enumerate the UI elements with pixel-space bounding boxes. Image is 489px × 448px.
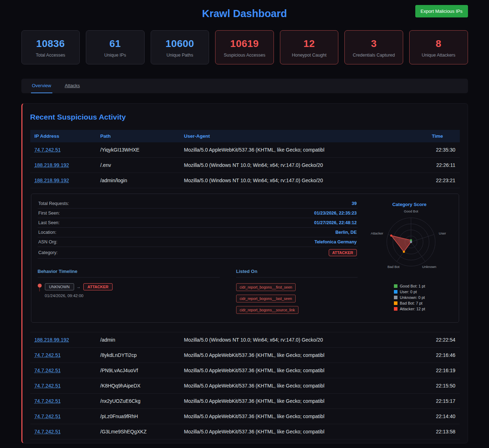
field-value: 39 [352, 201, 357, 206]
legend-label: User: 0 pt [400, 290, 417, 294]
ip-link[interactable]: 74.7.242.51 [35, 352, 61, 358]
category-score-section: Category Score Good BotUserUnknownBad Bo… [367, 199, 452, 314]
table-row: 74.7.242.51/YiqykGI13WHXEMozilla/5.0 App… [30, 142, 460, 158]
suspicious-activity-panel: Recent Suspicious Activity IP AddressPat… [21, 103, 468, 443]
time-cell: 22:13:58 [428, 424, 460, 439]
ip-cell: 74.7.242.51 [30, 363, 96, 378]
ip-link[interactable]: 74.7.242.51 [35, 413, 61, 419]
path-cell: /.env [96, 158, 180, 173]
ip-cell: 188.218.99.192 [30, 158, 96, 173]
stat-card: 10836Total Accesses [21, 30, 80, 64]
stat-label: Suspicious Accesses [218, 53, 271, 58]
ip-link[interactable]: 74.7.242.51 [35, 429, 61, 434]
category-badge: ATTACKER [329, 249, 357, 256]
legend-swatch [394, 290, 397, 294]
ip-link[interactable]: 188.218.99.192 [35, 337, 69, 343]
listed-on-title: Listed On [236, 269, 358, 278]
detail-field-row: Last Seen:01/27/2026, 22:48:12 [38, 218, 358, 228]
table-row: 74.7.242.51/K8HQq9hAipeDXMozilla/5.0 App… [30, 378, 460, 394]
tab-overview[interactable]: Overview [31, 79, 52, 93]
user-agent-cell: Mozilla/5.0 AppleWebKit/537.36 (KHTML, l… [180, 378, 428, 394]
listed-on-badges: cidr_report_bogons__first_seencidr_repor… [236, 283, 358, 314]
activity-table-body: 74.7.242.51/YiqykGI13WHXEMozilla/5.0 App… [30, 142, 460, 439]
stat-card: 3Credentials Captured [344, 30, 403, 64]
ip-link[interactable]: 74.7.242.51 [35, 147, 61, 153]
timeline-date: 01/24/2026, 09:42:00 [45, 294, 113, 298]
stat-value: 10619 [218, 38, 271, 49]
svg-text:User: User [439, 231, 446, 235]
stat-value: 10600 [153, 38, 207, 49]
legend-swatch [394, 301, 397, 305]
table-row: 188.218.99.192/adminMozilla/5.0 (Windows… [30, 332, 460, 348]
table-row: 188.218.99.192/.envMozilla/5.0 (Windows … [30, 158, 460, 173]
listed-badge[interactable]: cidr_report_bogons__source_link [236, 306, 298, 314]
stat-value: 8 [412, 38, 465, 49]
column-header: Path [96, 130, 180, 142]
detail-field-row: Total Requests:39 [38, 199, 358, 209]
svg-text:Good Bot: Good Bot [404, 209, 418, 213]
legend-swatch [394, 296, 397, 299]
field-value: Telefonica Germany [314, 239, 357, 244]
time-cell: 22:16:46 [428, 348, 460, 363]
legend-item: Unknown: 0 pt [394, 295, 425, 300]
ip-link[interactable]: 74.7.242.51 [35, 398, 61, 404]
field-value: Berlin, DE [335, 230, 357, 235]
stat-label: Credentials Captured [347, 53, 401, 58]
time-cell: 22:26:11 [428, 158, 460, 173]
user-agent-cell: Mozilla/5.0 (Windows NT 10.0; Win64; x64… [180, 173, 428, 188]
ip-cell: 188.218.99.192 [30, 173, 96, 188]
stats-row: 10836Total Accesses61Unique IPs10600Uniq… [21, 30, 468, 64]
ip-link[interactable]: 188.218.99.192 [35, 178, 69, 183]
field-value: 01/27/2026, 22:48:12 [314, 220, 357, 225]
column-header: Time [428, 130, 460, 142]
listed-on-section: Listed On cidr_report_bogons__first_seen… [236, 269, 358, 314]
ip-cell: 74.7.242.51 [30, 409, 96, 424]
behavior-timeline-title: Behavior Timeline [38, 269, 220, 278]
path-cell: /PN9LvAcJ4uoVf [96, 363, 180, 378]
panel-title: Recent Suspicious Activity [30, 113, 460, 121]
path-cell: /G3Lme9ShEQgXKZ [96, 424, 180, 439]
timeline-stem [39, 288, 40, 291]
stat-card: 61Unique IPs [86, 30, 145, 64]
legend-item: Good Bot: 1 pt [394, 284, 425, 288]
legend-swatch [394, 307, 397, 311]
tab-bar: OverviewAttacks [21, 79, 468, 93]
svg-text:Unknown: Unknown [422, 265, 436, 269]
user-agent-cell: Mozilla/5.0 AppleWebKit/537.36 (KHTML, l… [180, 394, 428, 409]
ip-cell: 74.7.242.51 [30, 348, 96, 363]
export-malicious-ips-button[interactable]: Export Malicious IPs [415, 5, 468, 17]
time-cell: 22:16:19 [428, 363, 460, 378]
listed-badge[interactable]: cidr_report_bogons__first_seen [236, 283, 296, 291]
table-row: 74.7.242.51/nx2yUOZuE6CkgMozilla/5.0 App… [30, 394, 460, 409]
ip-detail-box: Total Requests:39First Seen:01/23/2026, … [31, 194, 459, 323]
ip-link[interactable]: 188.218.99.192 [35, 162, 69, 168]
timeline-item: UNKNOWN → ATTACKER 01/24/2026, 09:42:00 [38, 283, 220, 298]
listed-badge[interactable]: cidr_report_bogons__last_seen [236, 295, 296, 302]
user-agent-cell: Mozilla/5.0 AppleWebKit/537.36 (KHTML, l… [180, 363, 428, 378]
detail-field-row: First Seen:01/23/2026, 22:35:23 [38, 209, 358, 218]
field-label: First Seen: [38, 211, 60, 216]
user-agent-cell: Mozilla/5.0 (Windows NT 10.0; Win64; x64… [180, 158, 428, 173]
ip-link[interactable]: 74.7.242.51 [35, 383, 61, 389]
stat-label: Unique Paths [153, 53, 207, 58]
legend-label: Unknown: 0 pt [400, 295, 425, 300]
field-label: ASN Org: [38, 239, 58, 244]
field-label: Total Requests: [38, 201, 69, 206]
user-agent-cell: Mozilla/5.0 AppleWebKit/537.36 (KHTML, l… [180, 348, 428, 363]
ip-detail-row: Total Requests:39First Seen:01/23/2026, … [30, 188, 460, 332]
tab-attacks[interactable]: Attacks [64, 79, 81, 93]
table-row: 74.7.242.51/8ykdLnDYTi2cpMozilla/5.0 App… [30, 348, 460, 363]
timeline-to-badge: ATTACKER [83, 283, 113, 290]
user-agent-cell: Mozilla/5.0 AppleWebKit/537.36 (KHTML, l… [180, 424, 428, 439]
radar-chart-title: Category Score [392, 202, 426, 207]
time-cell: 22:22:54 [428, 332, 460, 348]
arrow-right-icon: → [77, 284, 81, 289]
table-header-row: IP AddressPathUser-AgentTime [30, 130, 460, 142]
detail-field-row: Location:Berlin, DE [38, 228, 358, 237]
legend-label: Good Bot: 1 pt [400, 284, 425, 288]
field-value: 01/23/2026, 22:35:23 [314, 211, 357, 216]
timeline-from-badge: UNKNOWN [45, 283, 74, 290]
time-cell: 22:23:21 [428, 173, 460, 188]
stat-label: Unique IPs [88, 53, 142, 58]
ip-link[interactable]: 74.7.242.51 [35, 368, 61, 373]
